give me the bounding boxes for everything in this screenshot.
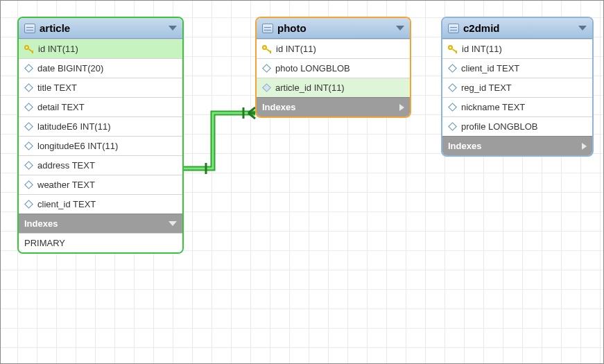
- column-row[interactable]: detail TEXT: [19, 97, 182, 116]
- column-type-icon: [24, 103, 33, 112]
- column-label: photo LONGBLOB: [275, 63, 350, 73]
- svg-line-3: [248, 113, 255, 119]
- column-row[interactable]: latitudeE6 INT(11): [19, 116, 182, 136]
- column-row[interactable]: address TEXT: [19, 155, 182, 175]
- column-row[interactable]: id INT(11): [442, 39, 592, 58]
- column-type-icon: [448, 103, 457, 112]
- table-title: photo: [277, 22, 307, 34]
- column-label: id INT(11): [38, 44, 78, 54]
- column-label: article_id INT(11): [275, 83, 345, 93]
- column-type-icon: [262, 64, 271, 73]
- column-label: id INT(11): [462, 44, 502, 54]
- indexes-label: Indexes: [24, 218, 58, 229]
- column-type-icon: [448, 83, 457, 92]
- column-label: id INT(11): [276, 44, 316, 54]
- table-c2dmid[interactable]: c2dmid id INT(11) client_id TEXT reg_id …: [441, 17, 594, 157]
- column-type-icon: [24, 122, 33, 131]
- column-label: detail TEXT: [37, 102, 85, 112]
- column-label: reg_id TEXT: [461, 83, 512, 93]
- column-row[interactable]: profile LONGBLOB: [442, 116, 592, 136]
- column-row[interactable]: reg_id TEXT: [442, 78, 592, 97]
- column-row[interactable]: client_id TEXT: [19, 194, 182, 214]
- svg-line-1: [248, 107, 255, 113]
- index-name: PRIMARY: [24, 238, 65, 248]
- column-type-icon: [24, 141, 33, 150]
- column-type-icon: [24, 64, 33, 73]
- column-type-icon: [448, 122, 457, 131]
- table-title: c2dmid: [463, 22, 500, 34]
- table-header-article[interactable]: article: [19, 18, 182, 39]
- column-row[interactable]: client_id TEXT: [442, 58, 592, 78]
- column-row[interactable]: id INT(11): [19, 39, 182, 58]
- foreign-key-icon: [262, 83, 271, 92]
- table-header-c2dmid[interactable]: c2dmid: [442, 18, 592, 39]
- table-icon: [262, 24, 273, 33]
- chevron-right-icon: [399, 104, 404, 111]
- table-icon: [448, 24, 459, 33]
- column-row[interactable]: nickname TEXT: [442, 97, 592, 116]
- table-photo[interactable]: photo id INT(11) photo LONGBLOB article_…: [255, 17, 411, 118]
- column-label: longitudeE6 INT(11): [37, 141, 118, 151]
- column-type-icon: [24, 161, 33, 170]
- column-type-icon: [24, 200, 33, 209]
- column-label: title TEXT: [37, 83, 77, 93]
- column-label: client_id TEXT: [37, 199, 96, 209]
- indexes-label: Indexes: [448, 141, 481, 151]
- column-type-icon: [448, 64, 457, 73]
- index-item[interactable]: PRIMARY: [19, 233, 182, 252]
- chevron-down-icon: [169, 221, 177, 226]
- column-row[interactable]: title TEXT: [19, 78, 182, 97]
- indexes-header[interactable]: Indexes: [257, 97, 410, 116]
- column-label: latitudeE6 INT(11): [37, 121, 111, 132]
- column-label: address TEXT: [37, 160, 95, 171]
- primary-key-icon: [448, 44, 458, 54]
- column-label: client_id TEXT: [461, 63, 519, 73]
- table-icon: [24, 24, 35, 33]
- column-label: date BIGINT(20): [37, 63, 103, 73]
- table-article[interactable]: article id INT(11) date BIGINT(20) title…: [17, 17, 184, 254]
- collapse-icon[interactable]: [169, 26, 177, 31]
- relation-article-photo: [184, 98, 267, 181]
- er-canvas[interactable]: article id INT(11) date BIGINT(20) title…: [0, 0, 604, 364]
- collapse-icon[interactable]: [578, 26, 587, 31]
- column-row[interactable]: weather TEXT: [19, 175, 182, 194]
- indexes-label: Indexes: [262, 102, 295, 112]
- column-label: nickname TEXT: [461, 102, 525, 112]
- indexes-header[interactable]: Indexes: [19, 214, 182, 233]
- column-row[interactable]: photo LONGBLOB: [257, 58, 410, 78]
- column-row[interactable]: id INT(11): [257, 39, 410, 58]
- primary-key-icon: [24, 44, 34, 54]
- column-row[interactable]: date BIGINT(20): [19, 58, 182, 78]
- column-label: profile LONGBLOB: [461, 121, 538, 132]
- indexes-header[interactable]: Indexes: [442, 136, 592, 155]
- column-type-icon: [24, 83, 33, 92]
- column-row[interactable]: longitudeE6 INT(11): [19, 136, 182, 155]
- table-header-photo[interactable]: photo: [257, 18, 410, 39]
- collapse-icon[interactable]: [396, 26, 404, 31]
- table-title: article: [40, 22, 70, 34]
- chevron-right-icon: [582, 143, 587, 150]
- column-type-icon: [24, 180, 33, 189]
- primary-key-icon: [262, 44, 272, 54]
- column-label: weather TEXT: [37, 180, 95, 190]
- column-row[interactable]: article_id INT(11): [257, 78, 410, 97]
